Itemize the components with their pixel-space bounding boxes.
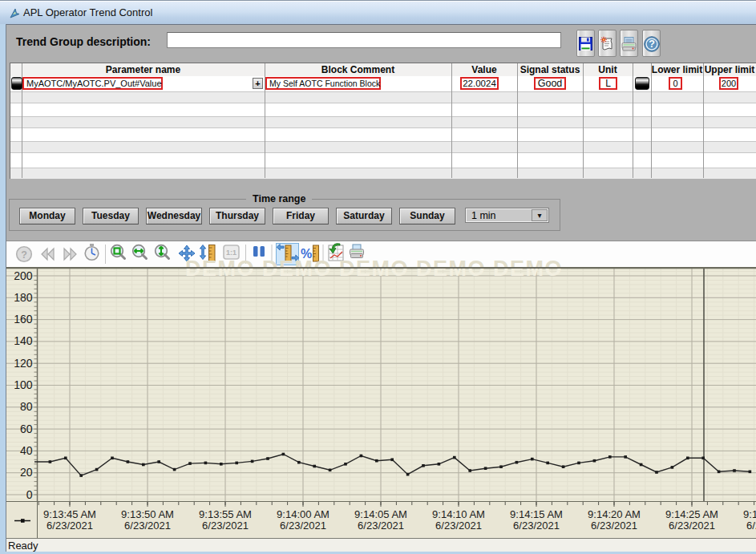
svg-text:1:1: 1:1 xyxy=(226,249,237,257)
svg-text:?: ? xyxy=(649,38,655,50)
svg-text:?: ? xyxy=(21,249,27,261)
svg-text:140: 140 xyxy=(14,334,33,347)
svg-text:120: 120 xyxy=(14,357,33,370)
svg-text:200: 200 xyxy=(14,269,33,282)
svg-text:160: 160 xyxy=(14,313,33,326)
svg-text:80: 80 xyxy=(20,400,33,413)
svg-text:0: 0 xyxy=(26,488,33,501)
svg-text:%: % xyxy=(301,247,312,261)
svg-text:20: 20 xyxy=(20,466,33,479)
svg-text:40: 40 xyxy=(20,444,33,457)
svg-text:60: 60 xyxy=(20,423,33,435)
svg-text:100: 100 xyxy=(14,378,33,391)
svg-text:180: 180 xyxy=(14,291,33,304)
